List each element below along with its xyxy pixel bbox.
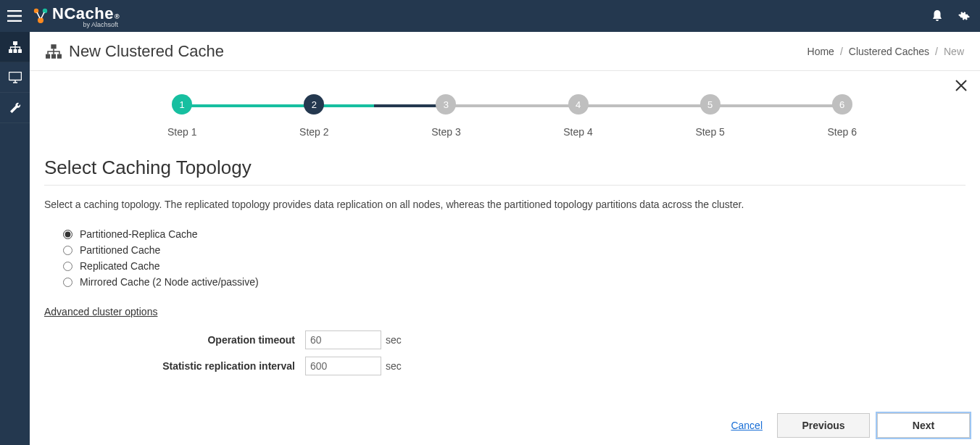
radio-input[interactable] xyxy=(63,246,72,255)
gear-icon xyxy=(957,9,970,22)
step-circle: 1 xyxy=(172,94,192,115)
notifications-button[interactable] xyxy=(929,8,945,24)
svg-rect-5 xyxy=(13,49,17,53)
step-5[interactable]: 5Step 5 xyxy=(695,94,724,138)
cancel-link[interactable]: Cancel xyxy=(731,420,763,431)
step-circle: 6 xyxy=(832,94,852,115)
sidebar-item-cluster[interactable] xyxy=(0,32,30,62)
advanced-form: Operation timeout sec Statistic replicat… xyxy=(44,330,966,383)
advanced-options-link[interactable]: Advanced cluster options xyxy=(44,306,966,317)
radio-input[interactable] xyxy=(63,262,72,271)
previous-button[interactable]: Previous xyxy=(777,413,870,438)
svg-point-0 xyxy=(34,9,38,13)
step-label: Step 4 xyxy=(563,126,592,138)
breadcrumb-sep: / xyxy=(935,46,938,57)
step-label: Step 6 xyxy=(827,126,856,138)
cluster-icon xyxy=(46,44,62,59)
operation-timeout-label: Operation timeout xyxy=(44,334,305,346)
unit-label: sec xyxy=(386,334,402,346)
hamburger-icon xyxy=(7,10,22,22)
step-circle: 3 xyxy=(436,94,456,115)
cluster-icon xyxy=(9,41,22,53)
breadcrumb-home[interactable]: Home xyxy=(807,46,834,57)
radio-label: Partitioned Cache xyxy=(80,242,160,258)
breadcrumb-current: New xyxy=(944,46,964,57)
wrench-icon xyxy=(9,101,22,115)
wizard-footer: Cancel Previous Next xyxy=(731,413,970,438)
stat-interval-label: Statistic replication interval xyxy=(44,360,305,372)
divider xyxy=(44,185,966,186)
step-circle: 4 xyxy=(568,94,589,115)
operation-timeout-input[interactable] xyxy=(305,330,381,349)
content: New Clustered Cache Home / Clustered Cac… xyxy=(30,32,980,445)
next-button[interactable]: Next xyxy=(877,413,970,438)
step-label: Step 3 xyxy=(431,126,460,138)
wizard-area: 1Step 1 2Step 2 3Step 3 4Step 4 5Step 5 … xyxy=(30,71,980,445)
sidebar-item-monitor[interactable] xyxy=(0,62,30,93)
breadcrumb: Home / Clustered Caches / New xyxy=(807,46,964,57)
step-label: Step 2 xyxy=(299,126,328,138)
logo-text-prefix: N xyxy=(52,4,64,23)
settings-button[interactable] xyxy=(955,8,971,24)
step-3[interactable]: 3Step 3 xyxy=(431,94,460,138)
step-circle: 5 xyxy=(700,94,721,115)
topology-options: Partitioned-Replica Cache Partitioned Ca… xyxy=(63,226,966,290)
radio-label: Replicated Cache xyxy=(80,258,160,274)
logo: NCache® by Alachsoft xyxy=(32,4,120,28)
step-circle: 2 xyxy=(304,94,324,115)
bell-icon xyxy=(931,9,943,22)
logo-text-rest: Cache xyxy=(64,4,114,23)
page-header: New Clustered Cache Home / Clustered Cac… xyxy=(30,32,980,71)
step-4[interactable]: 4Step 4 xyxy=(563,94,592,138)
svg-rect-10 xyxy=(51,54,56,58)
stat-interval-input[interactable] xyxy=(305,357,381,375)
radio-label: Partitioned-Replica Cache xyxy=(80,226,198,242)
topology-option-partitioned[interactable]: Partitioned Cache xyxy=(63,242,966,258)
section-title: Select Caching Topology xyxy=(44,157,966,179)
unit-label: sec xyxy=(386,360,402,372)
radio-label: Mirrored Cache (2 Node active/passive) xyxy=(80,274,259,290)
menu-toggle[interactable] xyxy=(0,0,29,32)
monitor-icon xyxy=(9,72,22,83)
svg-rect-4 xyxy=(9,49,12,53)
step-6[interactable]: 6Step 6 xyxy=(827,94,856,138)
step-label: Step 1 xyxy=(167,126,196,138)
topology-option-replicated[interactable]: Replicated Cache xyxy=(63,258,966,274)
topbar: NCache® by Alachsoft xyxy=(0,0,980,32)
step-connector xyxy=(443,104,847,107)
section-description: Select a caching topology. The replicate… xyxy=(44,199,966,210)
breadcrumb-sep: / xyxy=(840,46,843,57)
svg-rect-3 xyxy=(13,41,17,45)
svg-rect-7 xyxy=(9,72,21,80)
svg-rect-11 xyxy=(57,54,62,58)
step-1[interactable]: 1Step 1 xyxy=(167,94,196,138)
stepper: 1Step 1 2Step 2 3Step 3 4Step 4 5Step 5 … xyxy=(167,94,857,138)
svg-rect-8 xyxy=(51,44,56,49)
topology-option-partitioned-replica[interactable]: Partitioned-Replica Cache xyxy=(63,226,966,242)
svg-rect-9 xyxy=(46,54,50,58)
breadcrumb-parent[interactable]: Clustered Caches xyxy=(849,46,929,57)
sidebar-item-tools[interactable] xyxy=(0,93,30,123)
topology-option-mirrored[interactable]: Mirrored Cache (2 Node active/passive) xyxy=(63,274,966,290)
sidebar xyxy=(0,32,30,445)
radio-input[interactable] xyxy=(63,278,72,287)
svg-point-2 xyxy=(38,17,43,23)
logo-icon xyxy=(32,7,49,25)
svg-point-1 xyxy=(43,9,47,13)
step-2[interactable]: 2Step 2 xyxy=(299,94,328,138)
radio-input[interactable] xyxy=(63,230,72,239)
step-label: Step 5 xyxy=(695,126,724,138)
page-title-text: New Clustered Cache xyxy=(69,42,224,61)
svg-rect-6 xyxy=(18,49,22,53)
registered-mark: ® xyxy=(115,13,120,20)
